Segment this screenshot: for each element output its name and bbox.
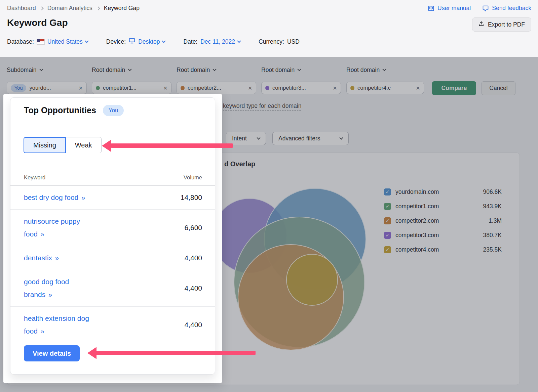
date-dropdown[interactable]: Dec 11, 2022 xyxy=(200,38,240,45)
export-pdf-button[interactable]: Export to PDF xyxy=(472,17,531,32)
breadcrumb-separator-icon xyxy=(96,6,100,10)
keyword-volume: 4,400 xyxy=(184,284,202,292)
chevron-down-icon xyxy=(237,39,241,43)
open-keyword-icon: » xyxy=(55,254,59,262)
breadcrumb-row: DashboardDomain AnalyticsKeyword Gap Use… xyxy=(7,5,531,12)
arrow-bar xyxy=(111,143,233,148)
opportunity-row: dentastix »4,400 xyxy=(10,246,215,270)
view-details-button[interactable]: View details xyxy=(24,345,80,361)
opportunities-table-header: Keyword Volume xyxy=(10,174,215,186)
user-manual-label: User manual xyxy=(437,5,471,12)
date-label: Date: xyxy=(183,38,197,45)
annotation-arrow-view-details xyxy=(87,347,256,359)
opportunities-rows: best dry dog food »14,800nutrisource pup… xyxy=(10,186,215,343)
popup-title: Top Opportunities xyxy=(24,105,96,115)
keyword-volume: 4,400 xyxy=(184,321,202,329)
database-value: United States xyxy=(47,38,83,45)
title-row: Keyword Gap Export to PDF xyxy=(7,17,531,32)
database-filter: Database: United States xyxy=(7,38,88,45)
annotation-arrow-toggle xyxy=(102,140,233,152)
breadcrumb-item[interactable]: Dashboard xyxy=(7,5,36,12)
user-manual-icon xyxy=(428,5,434,12)
open-keyword-icon: » xyxy=(41,328,44,335)
keyword-link[interactable]: nutrisource puppy food » xyxy=(24,215,97,241)
us-flag-icon xyxy=(37,39,44,44)
date-filter: Date: Dec 11, 2022 xyxy=(183,38,240,45)
arrow-head-icon xyxy=(87,347,97,359)
open-keyword-icon: » xyxy=(41,230,44,238)
opportunity-row: good dog food brands »4,400 xyxy=(10,270,215,307)
device-label: Device: xyxy=(106,38,126,45)
opportunity-row: health extension dog food »4,400 xyxy=(10,307,215,343)
chevron-down-icon xyxy=(162,39,166,43)
open-keyword-icon: » xyxy=(48,291,52,298)
top-opportunities-card: Top Opportunities You MissingWeak Keywor… xyxy=(10,97,215,375)
filters-row: Database: United States Device: Desktop xyxy=(7,38,318,45)
volume-column-header: Volume xyxy=(184,174,202,185)
device-filter: Device: Desktop xyxy=(106,38,165,45)
keyword-volume: 6,600 xyxy=(184,224,202,232)
missing-weak-toggle: MissingWeak xyxy=(24,137,102,153)
feedback-bubble-icon xyxy=(482,5,489,12)
currency-filter: Currency: USD xyxy=(259,38,300,45)
breadcrumb: DashboardDomain AnalyticsKeyword Gap xyxy=(7,5,140,12)
arrow-bar xyxy=(96,351,256,355)
export-icon xyxy=(478,21,484,28)
chevron-down-icon xyxy=(85,39,88,43)
export-pdf-label: Export to PDF xyxy=(488,21,525,28)
tab-missing[interactable]: Missing xyxy=(24,137,66,153)
currency-value: USD xyxy=(287,38,300,45)
breadcrumb-item: Keyword Gap xyxy=(104,5,140,12)
top-opportunities-panel: Top Opportunities You MissingWeak Keywor… xyxy=(3,94,222,383)
popup-header: Top Opportunities You xyxy=(10,98,215,123)
tab-weak[interactable]: Weak xyxy=(66,137,102,153)
keyword-link[interactable]: health extension dog food » xyxy=(24,312,97,338)
keyword-gap-page: DashboardDomain AnalyticsKeyword Gap Use… xyxy=(0,0,538,392)
desktop-monitor-icon xyxy=(129,38,135,45)
arrow-head-icon xyxy=(102,140,111,152)
opportunity-row: nutrisource puppy food »6,600 xyxy=(10,210,215,246)
top-links: User manual Send feedback xyxy=(428,5,531,12)
keyword-volume: 4,400 xyxy=(184,254,202,262)
header: DashboardDomain AnalyticsKeyword Gap Use… xyxy=(0,0,538,57)
device-dropdown[interactable]: Desktop xyxy=(138,38,165,45)
send-feedback-label: Send feedback xyxy=(492,5,531,12)
date-value: Dec 11, 2022 xyxy=(200,38,235,45)
opportunity-row: best dry dog food »14,800 xyxy=(10,186,215,210)
database-dropdown[interactable]: United States xyxy=(47,38,88,45)
currency-label: Currency: xyxy=(259,38,284,45)
keyword-link[interactable]: best dry dog food » xyxy=(24,191,85,204)
database-label: Database: xyxy=(7,38,34,45)
breadcrumb-item[interactable]: Domain Analytics xyxy=(47,5,92,12)
send-feedback-link[interactable]: Send feedback xyxy=(482,5,531,12)
device-value: Desktop xyxy=(138,38,160,45)
keyword-link[interactable]: dentastix » xyxy=(24,252,59,264)
keyword-volume: 14,800 xyxy=(181,193,202,202)
open-keyword-icon: » xyxy=(81,194,85,201)
keyword-link[interactable]: good dog food brands » xyxy=(24,275,97,301)
you-badge: You xyxy=(103,105,124,116)
user-manual-link[interactable]: User manual xyxy=(428,5,471,12)
page-title: Keyword Gap xyxy=(7,17,68,28)
keyword-column-header: Keyword xyxy=(24,174,45,185)
breadcrumb-separator-icon xyxy=(40,6,43,10)
